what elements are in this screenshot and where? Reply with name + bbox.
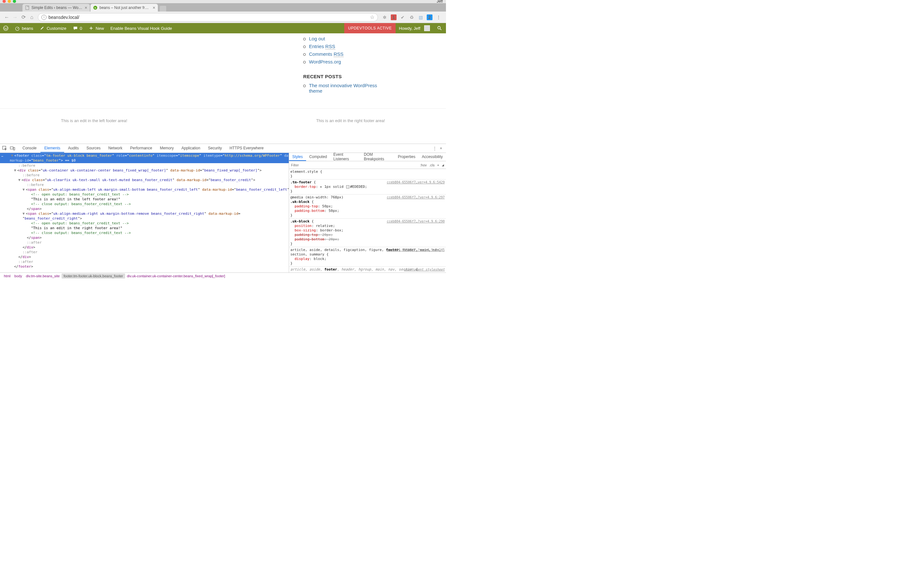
dom-line[interactable]: ::after [0, 240, 289, 245]
close-window[interactable] [3, 0, 6, 3]
overflow-icon[interactable]: ⋯ [1, 154, 4, 159]
logout-link[interactable]: Log out [309, 36, 325, 41]
tab-elements[interactable]: Elements [40, 144, 64, 153]
zoom-window[interactable] [13, 0, 16, 3]
elements-panel[interactable]: ⋯ ▼<footer class="tm-footer uk-block bea… [0, 153, 289, 272]
css-rules[interactable]: element.style { } cceb804-65506f7…ver=4.… [289, 169, 446, 272]
reload-button[interactable]: ⟳ [19, 14, 27, 20]
source-link[interactable]: cceb804-65506f7…?ver=4.9.6:290 [387, 219, 445, 224]
browser-tab-0[interactable]: Simple Edits ‹ beans — WordP × [23, 4, 90, 11]
dom-line[interactable]: "This is an edit in the left footer area… [0, 197, 289, 201]
css-rule[interactable]: cceb804-65506f7…?ver=4.9.6:290 .uk-block… [289, 219, 446, 247]
dom-line[interactable]: ▼<div class="uk-container uk-container-c… [0, 168, 289, 173]
dom-line[interactable]: "This is an edit in the right footer are… [0, 226, 289, 230]
close-icon[interactable]: × [85, 5, 87, 10]
dom-line[interactable]: </span> [0, 235, 289, 240]
ext-icon[interactable]: ▧ [418, 15, 423, 20]
dom-line[interactable]: ▼<span class="uk-align-medium-left uk-ma… [0, 187, 289, 192]
selected-element[interactable]: ▼<footer class="tm-footer uk-block beans… [0, 153, 289, 163]
ext-icon[interactable]: 2 [427, 15, 433, 20]
dom-line[interactable]: </span> [0, 206, 289, 211]
ext-icon[interactable]: ♻ [409, 15, 415, 20]
subtab-styles[interactable]: Styles [289, 153, 306, 161]
tab-console[interactable]: Console [19, 144, 40, 153]
dom-line[interactable]: ▼<div class="uk-clearfix uk-text-small u… [0, 177, 289, 182]
wp-site-name[interactable]: beans [11, 23, 36, 33]
cls-toggle[interactable]: .cls [429, 163, 435, 167]
wp-comments[interactable]: 0 [69, 23, 86, 33]
dom-line[interactable]: ::before [0, 173, 289, 177]
crumb-item[interactable]: footer.tm-footer.uk-block.beans_footer [61, 274, 125, 279]
home-button[interactable]: ⌂ [27, 15, 36, 20]
subtab-accessibility[interactable]: Accessibility [419, 153, 446, 161]
wp-search[interactable] [433, 26, 446, 31]
subtab-computed[interactable]: Computed [306, 153, 330, 161]
dom-line[interactable]: <!-- open output: beans_footer_credit_te… [0, 221, 289, 226]
tab-https-everywhere[interactable]: HTTPS Everywhere [226, 144, 268, 153]
css-rule[interactable]: cceb804-65506f7…?ver=4.9.6:245 article, … [289, 247, 446, 267]
source-link[interactable]: cceb804-65506f7…?ver=4.9.6:297 [387, 195, 445, 200]
entries-rss-link[interactable]: Entries RSS [309, 44, 335, 49]
pin-icon[interactable]: ◢ [442, 163, 444, 167]
subtab-properties[interactable]: Properties [395, 153, 419, 161]
forward-button[interactable]: → [11, 15, 19, 20]
tab-memory[interactable]: Memory [156, 144, 178, 153]
css-rule[interactable]: cceb804-65506f7…ver=4.9.6:5429 .tm-foote… [289, 179, 446, 195]
dom-line[interactable]: </footer> [0, 264, 289, 269]
dom-line[interactable]: <!-- close output: beans_footer_credit_t… [0, 230, 289, 235]
tab-audits[interactable]: Audits [64, 144, 82, 153]
site-info-icon[interactable]: i [41, 15, 47, 20]
filter-input[interactable] [291, 163, 420, 167]
dom-line[interactable]: ::after [0, 259, 289, 264]
bookmark-icon[interactable]: ☆ [370, 14, 375, 20]
crumb-item[interactable]: html [2, 274, 13, 279]
address-bar[interactable]: i beansdev.local/ ☆ [38, 13, 378, 21]
ext-icon[interactable]: 1 [391, 15, 397, 20]
tab-network[interactable]: Network [104, 144, 126, 153]
wp-new[interactable]: New [86, 23, 107, 33]
wordpress-org-link[interactable]: WordPress.org [309, 59, 341, 64]
css-rule[interactable]: element.style { } [289, 169, 446, 179]
wp-hook-guide[interactable]: Enable Beans Visual Hook Guide [107, 23, 175, 33]
ext-icon[interactable]: ✔ [400, 15, 405, 20]
inspect-icon[interactable] [2, 145, 8, 151]
dom-line[interactable]: "beans_footer_credit_right"> [0, 216, 289, 221]
dom-line[interactable]: ▼<span class="uk-align-medium-right uk-m… [0, 211, 289, 216]
source-link[interactable]: cceb804-65506f7…?ver=4.9.6:245 [387, 248, 445, 252]
crumb-item[interactable]: body [13, 274, 24, 279]
browser-tab-1[interactable]: b beans – Not just another frame × [90, 4, 158, 11]
wp-logo[interactable] [0, 23, 11, 33]
ext-icon[interactable]: ✲ [382, 15, 388, 20]
back-button[interactable]: ← [3, 15, 11, 20]
dom-line[interactable]: ::after [0, 250, 289, 255]
wp-customize[interactable]: Customize [36, 23, 69, 33]
crumb-item[interactable]: div.tm-site.beans_site [24, 274, 62, 279]
updevtools-badge[interactable]: UPDEVTOOLS ACTIVE [344, 23, 396, 33]
devtools-close-icon[interactable]: × [440, 146, 442, 151]
recent-post-link[interactable]: The most innovative WordPress theme [309, 83, 377, 93]
new-tab-button[interactable] [160, 6, 166, 11]
dom-line[interactable]: </div> [0, 255, 289, 259]
dom-line[interactable]: </div> [0, 245, 289, 250]
tab-application[interactable]: Application [178, 144, 204, 153]
css-rule[interactable]: user agent stylesheet article, aside, fo… [289, 267, 446, 272]
dom-line[interactable]: <!-- close output: beans_footer_credit_t… [0, 201, 289, 206]
tab-sources[interactable]: Sources [82, 144, 104, 153]
css-rule[interactable]: cceb804-65506f7…?ver=4.9.6:297 @media (m… [289, 195, 446, 219]
subtab-event-listeners[interactable]: Event Listeners [330, 153, 360, 161]
devtools-menu-icon[interactable]: ⋮ [433, 146, 437, 151]
device-icon[interactable] [10, 145, 15, 151]
dom-line[interactable]: ::before [0, 182, 289, 187]
dom-line[interactable]: <!-- open output: beans_footer_credit_te… [0, 192, 289, 197]
chrome-menu-icon[interactable]: ⋮ [436, 15, 441, 20]
tab-security[interactable]: Security [204, 144, 226, 153]
dom-line[interactable]: ::before [0, 163, 289, 168]
crumb-item[interactable]: div.uk-container.uk-container-center.bea… [125, 274, 227, 279]
comments-rss-link[interactable]: Comments RSS [309, 51, 344, 57]
hov-toggle[interactable]: :hov [420, 163, 427, 167]
source-link[interactable]: cceb804-65506f7…ver=4.9.6:5429 [387, 180, 445, 185]
minimize-window[interactable] [8, 0, 11, 3]
wp-howdy[interactable]: Howdy, Jeff [396, 23, 433, 33]
subtab-dom-breakpoints[interactable]: DOM Breakpoints [360, 153, 395, 161]
close-icon[interactable]: × [153, 5, 155, 10]
